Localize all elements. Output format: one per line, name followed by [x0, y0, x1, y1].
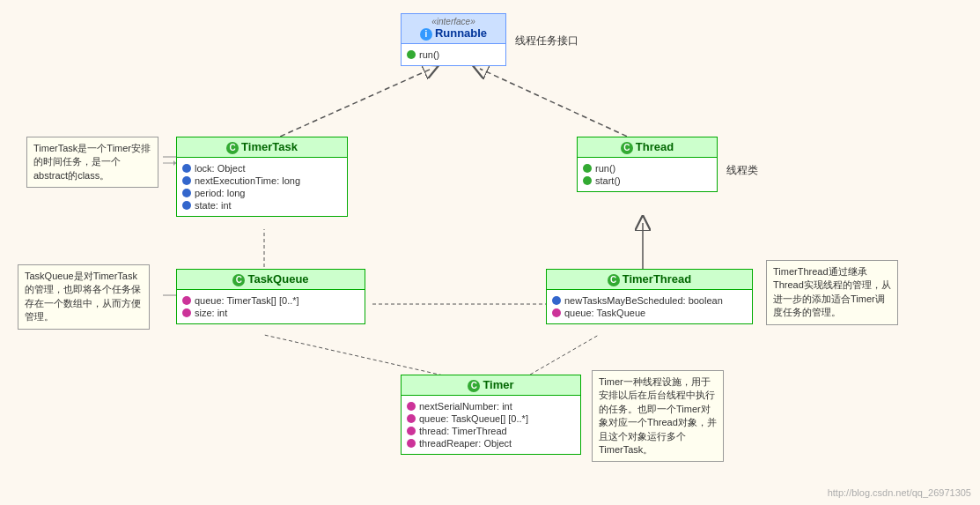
timer-field-reaper: threadReaper: Object	[407, 438, 575, 449]
run-icon	[407, 50, 416, 59]
thread-class-box: CThread run() start()	[577, 137, 718, 192]
watermark: http://blog.csdn.net/qq_26971305	[828, 487, 971, 498]
thread-name: Thread	[636, 140, 674, 153]
tq-queue-label: queue: TimerTask[] [0..*]	[195, 295, 299, 306]
tq-queue-icon	[182, 296, 191, 305]
timer-class-box: CTimer nextSerialNumber: int queue: Task…	[401, 375, 581, 455]
taskqueue-field-size: size: int	[182, 308, 359, 318]
taskqueue-header: CTaskQueue	[177, 270, 365, 290]
timer-thread-icon	[407, 427, 416, 435]
thread-header: CThread	[578, 137, 717, 158]
timerthread-annotation: TimerThread通过继承Thread实现线程的管理，从进一步的添加适合Ti…	[766, 260, 898, 325]
thread-start-icon	[583, 176, 592, 185]
runnable-header: «interface» iRunnable	[402, 14, 505, 44]
timertask-field-next: nextExecutionTime: long	[182, 175, 342, 186]
runnable-icon: i	[420, 28, 432, 41]
timer-name: Timer	[483, 378, 513, 391]
timertask-body: lock: Object nextExecutionTime: long per…	[177, 158, 347, 216]
taskqueue-annotation: TaskQueue是对TimerTask的管理，也即将各个任务保存在一个数组中，…	[18, 264, 150, 330]
tt-new-label: newTasksMayBeScheduled: boolean	[564, 295, 723, 306]
timertask-header: CTimerTask	[177, 137, 347, 158]
timer-reaper-icon	[407, 439, 416, 448]
timerthread-field-queue: queue: TaskQueue	[552, 308, 747, 318]
timer-annotation-text: Timer一种线程设施，用于安排以后在后台线程中执行的任务。也即一个Timer对…	[599, 376, 717, 455]
thread-body: run() start()	[578, 158, 717, 191]
timer-field-queue: queue: TaskQueue[] [0..*]	[407, 413, 575, 424]
thread-run-label: run()	[595, 163, 615, 174]
taskqueue-class-box: CTaskQueue queue: TimerTask[] [0..*] siz…	[176, 269, 365, 324]
svg-line-3	[480, 69, 643, 144]
taskqueue-name: TaskQueue	[247, 272, 308, 286]
timertask-name: TimerTask	[241, 140, 298, 153]
thread-method-start: start()	[583, 175, 711, 186]
timertask-field-lock: lock: Object	[182, 163, 342, 174]
run-label: run()	[419, 49, 439, 60]
tt-queue-icon	[552, 308, 561, 317]
lock-label: lock: Object	[195, 163, 245, 174]
timertask-annotation: TimerTask是一个Timer安排的时间任务，是一个abstract的cla…	[26, 137, 158, 188]
timer-icon: C	[468, 380, 480, 392]
next-icon	[182, 176, 191, 185]
thread-icon: C	[621, 142, 633, 154]
timertask-field-period: period: long	[182, 188, 342, 198]
taskqueue-body: queue: TimerTask[] [0..*] size: int	[177, 290, 365, 323]
timer-queue-icon	[407, 414, 416, 423]
timerthread-icon: C	[608, 274, 620, 286]
runnable-class-box: «interface» iRunnable run()	[401, 13, 506, 66]
period-label: period: long	[195, 188, 246, 198]
next-label: nextExecutionTime: long	[195, 175, 300, 186]
timer-serial-label: nextSerialNumber: int	[419, 401, 512, 412]
state-icon	[182, 201, 191, 210]
timerthread-body: newTasksMayBeScheduled: boolean queue: T…	[547, 290, 752, 323]
runnable-label: 线程任务接口	[515, 33, 578, 48]
thread-run-icon	[583, 164, 592, 173]
tq-size-label: size: int	[195, 308, 227, 318]
runnable-stereotype: «interface»	[407, 17, 500, 26]
timerthread-annotation-text: TimerThread通过继承Thread实现线程的管理，从进一步的添加适合Ti…	[773, 266, 891, 317]
timer-annotation: Timer一种线程设施，用于安排以后在后台线程中执行的任务。也即一个Timer对…	[592, 370, 724, 462]
thread-method-run: run()	[583, 163, 711, 174]
timerthread-header: CTimerThread	[547, 270, 752, 290]
thread-label: 线程类	[726, 163, 758, 178]
timer-header: CTimer	[402, 375, 580, 396]
timertask-field-state: state: int	[182, 200, 342, 211]
timer-body: nextSerialNumber: int queue: TaskQueue[]…	[402, 396, 580, 454]
tt-new-icon	[552, 296, 561, 305]
timer-queue-label: queue: TaskQueue[] [0..*]	[419, 413, 528, 424]
tq-size-icon	[182, 308, 191, 317]
timer-thread-label: thread: TimerThread	[419, 426, 507, 436]
lock-icon	[182, 164, 191, 173]
taskqueue-icon: C	[232, 274, 245, 286]
timer-serial-icon	[407, 402, 416, 411]
timer-reaper-label: threadReaper: Object	[419, 438, 512, 449]
taskqueue-annotation-text: TaskQueue是对TimerTask的管理，也即将各个任务保存在一个数组中，…	[25, 271, 141, 322]
timer-field-serial: nextSerialNumber: int	[407, 401, 575, 412]
diagram-container: «interface» iRunnable run() 线程任务接口 CTime…	[0, 0, 980, 505]
timerthread-field-new: newTasksMayBeScheduled: boolean	[552, 295, 747, 306]
period-icon	[182, 189, 191, 197]
taskqueue-field-queue: queue: TimerTask[] [0..*]	[182, 295, 359, 306]
tt-queue-label: queue: TaskQueue	[564, 308, 645, 318]
timertask-icon: C	[226, 142, 239, 154]
timerthread-name: TimerThread	[623, 272, 692, 286]
svg-line-2	[264, 69, 431, 144]
thread-start-label: start()	[595, 175, 621, 186]
runnable-method-run: run()	[407, 49, 500, 60]
runnable-body: run()	[402, 44, 505, 65]
timertask-annotation-text: TimerTask是一个Timer安排的时间任务，是一个abstract的cla…	[33, 143, 151, 181]
state-label: state: int	[195, 200, 232, 211]
timerthread-class-box: CTimerThread newTasksMayBeScheduled: boo…	[546, 269, 753, 324]
timertask-class-box: CTimerTask lock: Object nextExecutionTim…	[176, 137, 348, 217]
runnable-name: Runnable	[435, 26, 487, 40]
timer-field-thread: thread: TimerThread	[407, 426, 575, 436]
